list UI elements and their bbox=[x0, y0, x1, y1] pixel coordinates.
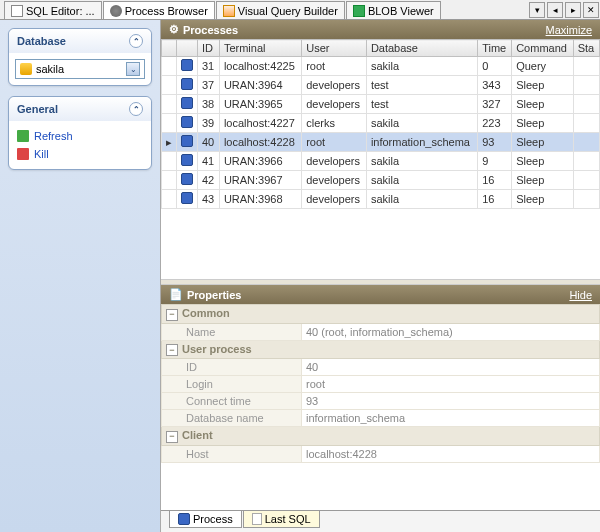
chevron-down-icon[interactable]: ⌄ bbox=[126, 62, 140, 76]
sql-icon bbox=[11, 5, 23, 17]
general-panel: General ⌃ Refresh Kill bbox=[8, 96, 152, 170]
hide-link[interactable]: Hide bbox=[569, 289, 592, 301]
column-header[interactable]: User bbox=[302, 40, 367, 57]
tab-list-button[interactable]: ▾ bbox=[529, 2, 545, 18]
tab-prev-button[interactable]: ◂ bbox=[547, 2, 563, 18]
property-group[interactable]: −Client bbox=[162, 427, 600, 446]
database-panel-title: Database bbox=[17, 35, 66, 47]
row-icon bbox=[181, 154, 193, 166]
column-header[interactable]: Database bbox=[366, 40, 477, 57]
vq-icon bbox=[223, 5, 235, 17]
table-row[interactable]: ▸40localhost:4228rootinformation_schema9… bbox=[162, 133, 600, 152]
property-row: Loginroot bbox=[162, 376, 600, 393]
tab-last-sql[interactable]: Last SQL bbox=[243, 511, 320, 528]
table-row[interactable]: 31localhost:4225rootsakila0Query bbox=[162, 57, 600, 76]
row-icon bbox=[181, 78, 193, 90]
top-tabstrip: SQL Editor: ... Process Browser Visual Q… bbox=[0, 0, 600, 20]
gear-icon bbox=[110, 5, 122, 17]
table-row[interactable]: 43URAN:3968developerssakila16Sleep bbox=[162, 190, 600, 209]
column-header[interactable]: Command bbox=[512, 40, 574, 57]
property-row: Database nameinformation_schema bbox=[162, 410, 600, 427]
processes-grid[interactable]: IDTerminalUserDatabaseTimeCommandSta 31l… bbox=[161, 39, 600, 279]
processes-header: ⚙ Processes Maximize bbox=[161, 20, 600, 39]
row-icon bbox=[181, 135, 193, 147]
row-icon bbox=[181, 192, 193, 204]
table-row[interactable]: 42URAN:3967developerssakila16Sleep bbox=[162, 171, 600, 190]
processes-icon: ⚙ bbox=[169, 23, 179, 36]
database-icon bbox=[20, 63, 32, 75]
property-row: Name40 (root, information_schema) bbox=[162, 323, 600, 340]
collapse-icon[interactable]: ⌃ bbox=[129, 34, 143, 48]
sidebar: Database ⌃ sakila ⌄ General ⌃ Refresh Ki… bbox=[0, 20, 160, 532]
row-icon bbox=[181, 173, 193, 185]
table-row[interactable]: 41URAN:3966developerssakila9Sleep bbox=[162, 152, 600, 171]
tab-blob-viewer[interactable]: BLOB Viewer bbox=[346, 1, 441, 19]
tab-process-browser[interactable]: Process Browser bbox=[103, 1, 215, 19]
maximize-link[interactable]: Maximize bbox=[546, 24, 592, 36]
column-header[interactable]: Sta bbox=[573, 40, 599, 57]
table-row[interactable]: 38URAN:3965developerstest327Sleep bbox=[162, 95, 600, 114]
tab-process[interactable]: Process bbox=[169, 511, 242, 528]
tab-sql-editor[interactable]: SQL Editor: ... bbox=[4, 1, 102, 19]
refresh-icon bbox=[17, 130, 29, 142]
refresh-link[interactable]: Refresh bbox=[15, 127, 145, 145]
table-row[interactable]: 39localhost:4227clerkssakila223Sleep bbox=[162, 114, 600, 133]
tab-next-button[interactable]: ▸ bbox=[565, 2, 581, 18]
process-icon bbox=[178, 513, 190, 525]
property-group[interactable]: −User process bbox=[162, 340, 600, 359]
blob-icon bbox=[353, 5, 365, 17]
database-panel: Database ⌃ sakila ⌄ bbox=[8, 28, 152, 86]
kill-link[interactable]: Kill bbox=[15, 145, 145, 163]
property-row: ID40 bbox=[162, 359, 600, 376]
row-icon bbox=[181, 116, 193, 128]
bottom-tabstrip: Process Last SQL bbox=[161, 510, 600, 532]
table-row[interactable]: 37URAN:3964developerstest343Sleep bbox=[162, 76, 600, 95]
row-icon bbox=[181, 59, 193, 71]
properties-grid: −CommonName40 (root, information_schema)… bbox=[161, 304, 600, 510]
property-row: Connect time93 bbox=[162, 393, 600, 410]
property-row: Hostlocalhost:4228 bbox=[162, 445, 600, 462]
properties-icon: 📄 bbox=[169, 288, 183, 301]
general-panel-title: General bbox=[17, 103, 58, 115]
column-header[interactable]: ID bbox=[198, 40, 220, 57]
column-header[interactable]: Time bbox=[478, 40, 512, 57]
database-select[interactable]: sakila ⌄ bbox=[15, 59, 145, 79]
property-group[interactable]: −Common bbox=[162, 305, 600, 324]
tab-close-button[interactable]: ✕ bbox=[583, 2, 599, 18]
sql-doc-icon bbox=[252, 513, 262, 525]
collapse-icon[interactable]: ⌃ bbox=[129, 102, 143, 116]
row-icon bbox=[181, 97, 193, 109]
tab-visual-query-builder[interactable]: Visual Query Builder bbox=[216, 1, 345, 19]
kill-icon bbox=[17, 148, 29, 160]
column-header[interactable]: Terminal bbox=[219, 40, 301, 57]
properties-header: 📄 Properties Hide bbox=[161, 285, 600, 304]
